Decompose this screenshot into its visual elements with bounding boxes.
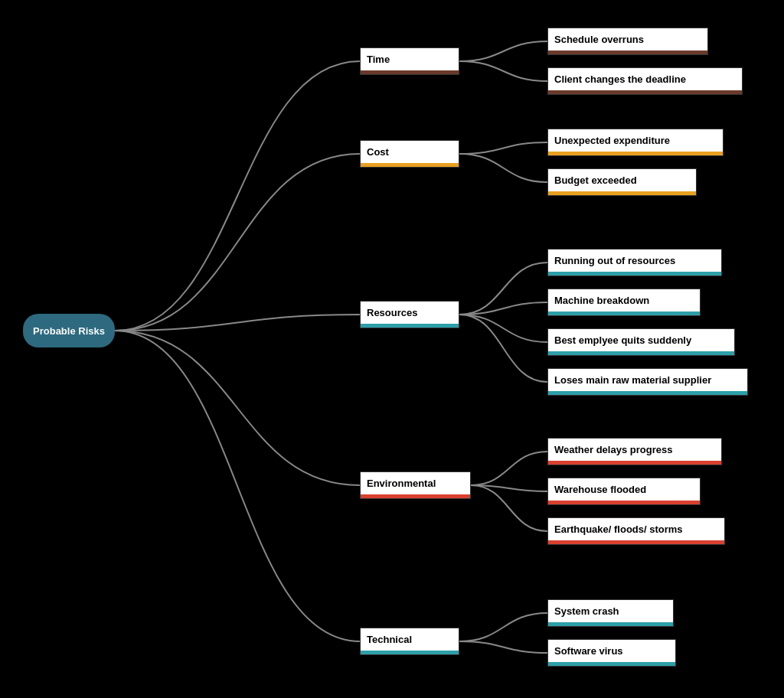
leaf-label: Unexpected expenditure bbox=[554, 135, 670, 146]
leaf-node: Best emplyee quits suddenly bbox=[547, 328, 735, 356]
leaf-label: Warehouse flooded bbox=[554, 484, 646, 495]
root-label: Probable Risks bbox=[33, 325, 105, 337]
leaf-label: Software virus bbox=[554, 645, 623, 657]
category-label: Cost bbox=[367, 146, 389, 158]
leaf-label: Budget exceeded bbox=[554, 174, 637, 186]
leaf-label: Earthquake/ floods/ storms bbox=[554, 524, 683, 535]
category-node-time: Time bbox=[360, 47, 459, 75]
leaf-node: Loses main raw material supplier bbox=[547, 368, 748, 396]
leaf-node: Earthquake/ floods/ storms bbox=[547, 517, 725, 545]
category-label: Time bbox=[367, 54, 390, 65]
root-node: Probable Risks bbox=[23, 314, 115, 347]
category-node-environmental: Environmental bbox=[360, 471, 471, 499]
leaf-label: Weather delays progress bbox=[554, 444, 672, 455]
leaf-node: Weather delays progress bbox=[547, 438, 722, 465]
category-node-cost: Cost bbox=[360, 140, 459, 168]
category-label: Environmental bbox=[367, 478, 436, 489]
leaf-node: Budget exceeded bbox=[547, 168, 697, 196]
mind-map-container: Probable Risks TimeSchedule overrunsClie… bbox=[0, 0, 784, 698]
leaf-label: Schedule overruns bbox=[554, 34, 644, 45]
leaf-node: System crash bbox=[547, 599, 674, 627]
leaf-node: Software virus bbox=[547, 639, 676, 667]
leaf-label: Best emplyee quits suddenly bbox=[554, 334, 691, 346]
category-label: Technical bbox=[367, 634, 412, 645]
leaf-node: Client changes the deadline bbox=[547, 67, 743, 95]
leaf-node: Warehouse flooded bbox=[547, 478, 701, 505]
category-node-technical: Technical bbox=[360, 628, 459, 655]
category-label: Resources bbox=[367, 307, 417, 318]
leaf-label: Client changes the deadline bbox=[554, 73, 686, 85]
leaf-label: Loses main raw material supplier bbox=[554, 374, 711, 386]
leaf-node: Unexpected expenditure bbox=[547, 129, 724, 156]
category-node-resources: Resources bbox=[360, 301, 459, 328]
leaf-label: System crash bbox=[554, 605, 619, 617]
leaf-node: Running out of resources bbox=[547, 249, 722, 276]
leaf-label: Machine breakdown bbox=[554, 295, 649, 306]
leaf-label: Running out of resources bbox=[554, 255, 675, 266]
leaf-node: Machine breakdown bbox=[547, 289, 701, 316]
leaf-node: Schedule overruns bbox=[547, 28, 708, 55]
